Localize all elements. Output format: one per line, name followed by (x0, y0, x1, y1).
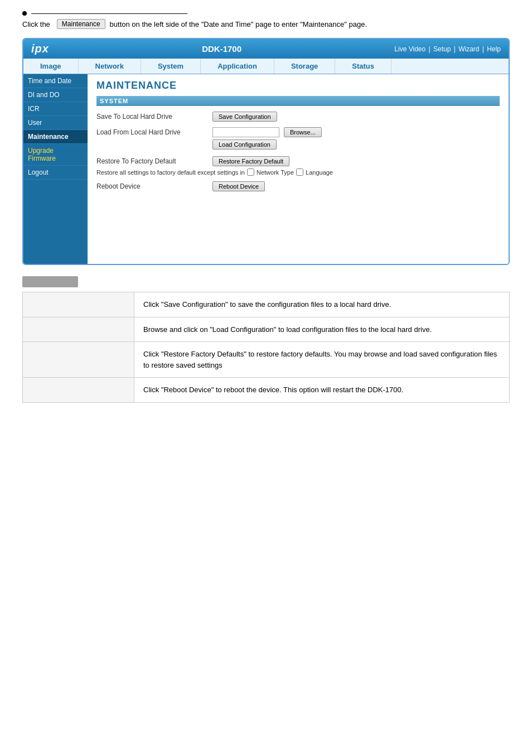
table-left-cell (23, 292, 134, 317)
bullet-underline (31, 13, 187, 14)
table-row: Browse and click on "Load Configuration"… (23, 317, 510, 342)
nav-storage[interactable]: Storage (274, 59, 335, 74)
save-row: Save To Local Hard Drive Save Configurat… (96, 112, 500, 122)
restore-factory-button[interactable]: Restore Factory Default (212, 156, 289, 166)
table-right-cell-1: Click "Save Configuration" to save the c… (134, 292, 510, 317)
load-row: Load From Local Hard Drive Browse... Loa… (96, 127, 500, 150)
load-config-button[interactable]: Load Configuration (212, 139, 277, 150)
bullet-dot (22, 11, 27, 16)
info-table: Click "Save Configuration" to save the c… (22, 292, 510, 403)
sidebar-upgrade-firmware[interactable]: Upgrade Firmware (23, 144, 88, 166)
cam-model: DDK-1700 (202, 44, 241, 54)
intro-button-ref: Maintenance (57, 19, 105, 29)
link-live-video[interactable]: Live Video (394, 45, 425, 53)
restore-sub-row: Restore all settings to factory default … (96, 168, 500, 176)
network-type-label: Network Type (257, 169, 294, 176)
table-left-cell-2 (23, 317, 134, 342)
table-right-cell-2: Browse and click on "Load Configuration"… (134, 317, 510, 342)
cam-navbar: Image Network System Application Storage… (23, 59, 509, 74)
reboot-device-button[interactable]: Reboot Device (212, 181, 265, 191)
reboot-label: Reboot Device (96, 182, 208, 190)
table-left-cell-4 (23, 378, 134, 403)
restore-label: Restore To Factory Default (96, 157, 208, 165)
cam-topbar: ipx DDK-1700 Live Video | Setup | Wizard… (23, 39, 509, 59)
bullet-line (22, 11, 510, 16)
save-label: Save To Local Hard Drive (96, 113, 208, 121)
sidebar-icr[interactable]: ICR (23, 102, 88, 116)
table-row: Click "Save Configuration" to save the c… (23, 292, 510, 317)
cam-content: Time and Date DI and DO ICR User Mainten… (23, 74, 509, 264)
table-right-cell-3: Click "Restore Factory Defaults" to rest… (134, 342, 510, 378)
intro-click-word: Click the (22, 20, 50, 28)
sidebar-di-do[interactable]: DI and DO (23, 88, 88, 102)
nav-application[interactable]: Application (201, 59, 274, 74)
top-section: Click the Maintenance button on the left… (22, 11, 510, 29)
camera-panel: ipx DDK-1700 Live Video | Setup | Wizard… (22, 38, 510, 265)
intro-text: Click the Maintenance button on the left… (22, 19, 510, 29)
gray-bar (22, 276, 78, 287)
page-title: MAINTENANCE (96, 80, 500, 92)
link-wizard[interactable]: Wizard (458, 45, 479, 53)
sep2: | (454, 45, 456, 53)
nav-image[interactable]: Image (23, 59, 79, 74)
sidebar-logout[interactable]: Logout (23, 166, 88, 180)
sidebar-maintenance[interactable]: Maintenance (23, 130, 88, 144)
language-label: Language (306, 169, 333, 176)
nav-network[interactable]: Network (79, 59, 141, 74)
table-right-cell-4: Click "Reboot Device" to reboot the devi… (134, 378, 510, 403)
sep3: | (482, 45, 484, 53)
cam-toplinks: Live Video | Setup | Wizard | Help (394, 45, 501, 53)
network-type-checkbox[interactable] (247, 168, 254, 176)
cam-main: MAINTENANCE SYSTEM Save To Local Hard Dr… (88, 74, 509, 264)
cam-logo: ipx (31, 42, 49, 55)
link-setup[interactable]: Setup (433, 45, 451, 53)
restore-sub-text: Restore all settings to factory default … (96, 169, 245, 176)
restore-row: Restore To Factory Default Restore Facto… (96, 156, 500, 166)
nav-status[interactable]: Status (335, 59, 391, 74)
sep1: | (429, 45, 431, 53)
sidebar-user[interactable]: User (23, 116, 88, 130)
link-help[interactable]: Help (487, 45, 501, 53)
load-label: Load From Local Hard Drive (96, 128, 208, 136)
browse-button[interactable]: Browse... (284, 127, 322, 137)
section-header: SYSTEM (96, 96, 500, 106)
intro-suffix: button on the left side of the "Date and… (110, 20, 367, 28)
cam-sidebar: Time and Date DI and DO ICR User Mainten… (23, 74, 88, 264)
reboot-row: Reboot Device Reboot Device (96, 181, 500, 191)
table-left-cell-3 (23, 342, 134, 378)
load-file-input[interactable] (212, 127, 279, 137)
nav-system[interactable]: System (141, 59, 201, 74)
table-row: Click "Restore Factory Defaults" to rest… (23, 342, 510, 378)
language-checkbox[interactable] (296, 168, 303, 176)
sidebar-time-date[interactable]: Time and Date (23, 74, 88, 88)
table-row: Click "Reboot Device" to reboot the devi… (23, 378, 510, 403)
save-config-button[interactable]: Save Configuration (212, 112, 277, 122)
